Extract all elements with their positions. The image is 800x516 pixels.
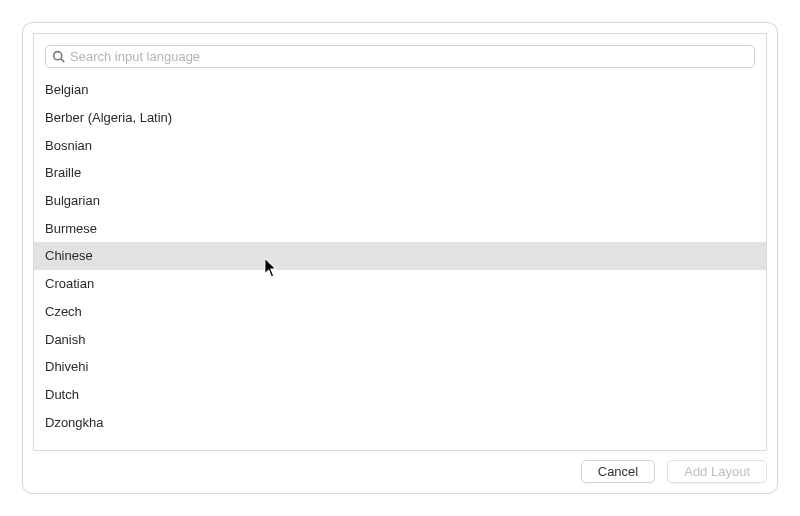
language-label: Croatian xyxy=(45,276,94,291)
search-input[interactable] xyxy=(70,49,748,64)
language-label: Dzongkha xyxy=(45,415,104,430)
list-item[interactable]: Croatian xyxy=(34,270,766,298)
list-item[interactable]: Burmese xyxy=(34,214,766,242)
svg-line-1 xyxy=(61,59,64,62)
language-list[interactable]: Belgian Berber (Algeria, Latin) Bosnian … xyxy=(34,76,766,450)
list-item[interactable]: Dhivehi xyxy=(34,353,766,381)
list-item[interactable]: Dutch xyxy=(34,381,766,409)
language-label: Berber (Algeria, Latin) xyxy=(45,110,172,125)
svg-point-0 xyxy=(54,52,62,60)
language-label: Czech xyxy=(45,304,82,319)
list-item[interactable]: Belgian xyxy=(34,76,766,104)
language-label: Burmese xyxy=(45,221,97,236)
list-item[interactable]: Bosnian xyxy=(34,131,766,159)
language-label: Bosnian xyxy=(45,138,92,153)
language-label: Bulgarian xyxy=(45,193,100,208)
input-language-dialog: Belgian Berber (Algeria, Latin) Bosnian … xyxy=(22,22,778,494)
button-bar: Cancel Add Layout xyxy=(581,460,767,483)
add-layout-button[interactable]: Add Layout xyxy=(667,460,767,483)
language-label: Braille xyxy=(45,165,81,180)
language-label: Dhivehi xyxy=(45,359,88,374)
list-item[interactable]: Bulgarian xyxy=(34,187,766,215)
search-wrap xyxy=(34,34,766,76)
list-item[interactable]: Braille xyxy=(34,159,766,187)
search-icon xyxy=(52,50,65,63)
language-label: Chinese xyxy=(45,248,93,263)
cancel-button[interactable]: Cancel xyxy=(581,460,655,483)
list-item[interactable]: Czech xyxy=(34,298,766,326)
language-label: Danish xyxy=(45,332,85,347)
content-frame: Belgian Berber (Algeria, Latin) Bosnian … xyxy=(33,33,767,451)
list-item[interactable]: Berber (Algeria, Latin) xyxy=(34,104,766,132)
list-item[interactable]: Dzongkha xyxy=(34,408,766,436)
language-label: Dutch xyxy=(45,387,79,402)
list-item[interactable]: Danish xyxy=(34,325,766,353)
list-item[interactable]: Chinese xyxy=(34,242,766,270)
language-label: Belgian xyxy=(45,82,88,97)
search-box[interactable] xyxy=(45,45,755,68)
